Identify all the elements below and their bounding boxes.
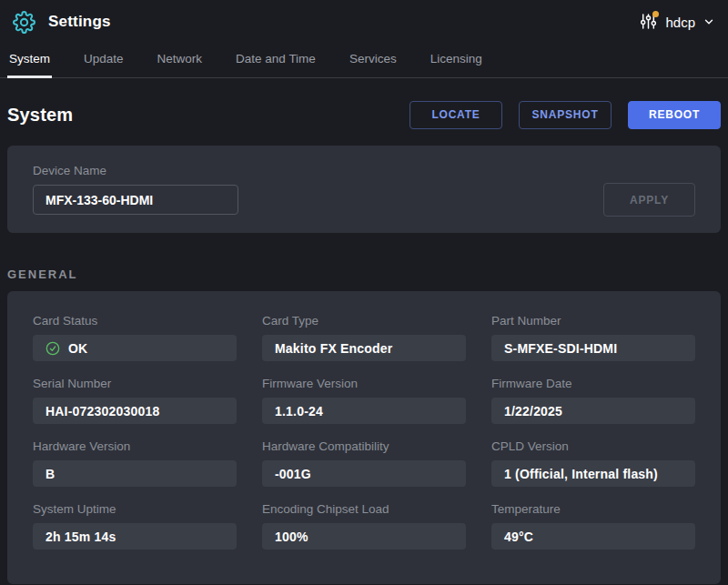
tab-system[interactable]: System [7,52,52,78]
field-label: Encoding Chipset Load [262,502,466,516]
field-card-type: Card Type Makito FX Encoder [262,314,466,361]
sliders-icon [640,13,658,31]
reboot-button[interactable]: REBOOT [628,101,721,129]
app-header: Settings hdcp [0,0,728,44]
field-system-uptime: System Uptime 2h 15m 14s [33,502,237,550]
field-value: HAI-072302030018 [33,398,237,424]
field-card-status: Card Status OK [33,314,237,361]
apply-button[interactable]: APPLY [603,183,695,217]
field-encoding-chipset-load: Encoding Chipset Load 100% [262,502,466,550]
device-name-input[interactable] [33,185,238,215]
field-value: 100% [262,523,466,550]
field-part-number: Part Number S-MFXE-SDI-HDMI [491,314,695,361]
field-label: Hardware Compatibility [262,439,466,453]
locate-button[interactable]: LOCATE [410,101,502,129]
app-title: Settings [48,13,111,31]
notification-badge-dot [652,11,659,17]
field-value: 1.1.0-24 [262,398,466,424]
field-label: Part Number [491,314,695,328]
device-name-label: Device Name [33,164,695,177]
field-label: CPLD Version [491,439,695,453]
field-label: Card Type [262,314,466,328]
field-hardware-version: Hardware Version B [33,439,237,487]
field-hardware-compatibility: Hardware Compatibility -001G [262,439,466,487]
general-section-title: GENERAL [7,267,721,281]
field-serial-number: Serial Number HAI-072302030018 [33,377,237,424]
field-label: Firmware Version [262,377,466,390]
field-value: 1/22/2025 [491,398,695,424]
field-label: Serial Number [33,377,237,390]
gear-icon [12,10,35,34]
field-value: Makito FX Encoder [262,335,466,361]
field-value: 49°C [491,523,695,550]
field-label: Temperature [491,502,695,516]
chevron-down-icon [703,15,715,28]
field-label: Firmware Date [491,377,695,390]
snapshot-button[interactable]: SNAPSHOT [519,101,612,129]
tab-network[interactable]: Network [156,52,205,78]
tab-licensing[interactable]: Licensing [429,52,484,78]
field-value: 2h 15m 14s [33,523,237,550]
field-value: S-MFXE-SDI-HDMI [491,335,695,361]
device-name-card: Device Name APPLY [7,146,721,233]
field-value: -001G [262,460,466,487]
tab-date-and-time[interactable]: Date and Time [234,52,318,78]
tab-update[interactable]: Update [82,52,126,78]
field-label: Card Status [33,314,237,328]
field-value: OK [33,335,237,361]
field-temperature: Temperature 49°C [491,502,695,550]
tab-bar: System Update Network Date and Time Serv… [0,44,728,78]
field-firmware-date: Firmware Date 1/22/2025 [491,377,695,424]
page-title: System [7,105,73,126]
user-menu-label: hdcp [665,15,695,30]
field-value: B [33,460,237,487]
field-label: System Uptime [33,502,237,516]
field-firmware-version: Firmware Version 1.1.0-24 [262,377,466,424]
tab-services[interactable]: Services [348,52,399,78]
field-cpld-version: CPLD Version 1 (Official, Internal flash… [491,439,695,487]
check-circle-icon [46,341,60,356]
general-card: Card Status OK Card Type Makito FX Encod… [7,291,721,584]
field-label: Hardware Version [33,439,237,453]
field-value: 1 (Official, Internal flash) [491,460,695,487]
user-menu[interactable]: hdcp [640,13,715,31]
